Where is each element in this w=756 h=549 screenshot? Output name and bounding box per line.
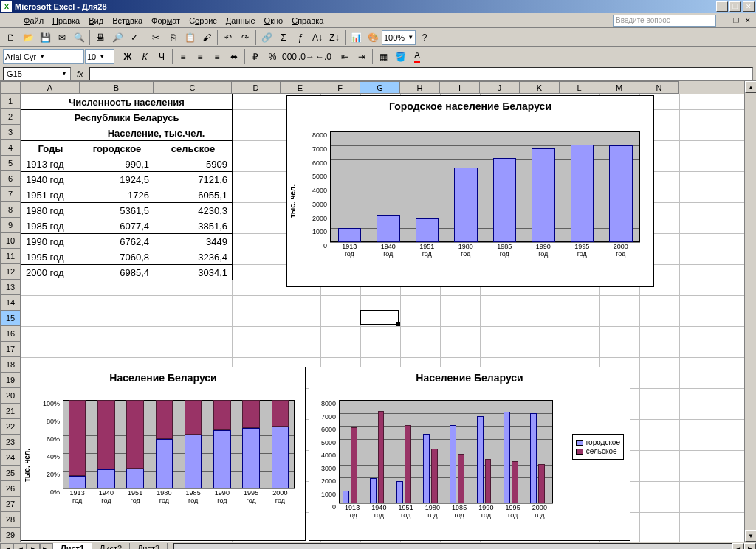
row-header-3[interactable]: 3 <box>0 125 21 140</box>
scroll-down-icon[interactable]: ▼ <box>745 530 756 542</box>
align-center-icon[interactable]: ≡ <box>192 49 208 65</box>
column-header-N[interactable]: N <box>639 81 679 94</box>
scroll-left-icon[interactable]: ◀ <box>732 543 744 550</box>
data-table[interactable]: Численность населения Республики Беларус… <box>21 94 233 280</box>
copy-icon[interactable]: ⎘ <box>165 30 181 46</box>
fx-icon[interactable]: fx <box>74 69 86 78</box>
row-header-6[interactable]: 6 <box>0 171 21 187</box>
underline-icon[interactable]: Ч <box>154 49 170 65</box>
doc-minimize-button[interactable]: _ <box>719 16 729 25</box>
menu-format[interactable]: Формат <box>147 15 185 27</box>
scroll-up-icon[interactable]: ▲ <box>745 81 756 93</box>
column-header-E[interactable]: E <box>281 81 320 94</box>
row-header-25[interactable]: 25 <box>0 466 21 481</box>
spellcheck-icon[interactable]: ✓ <box>126 30 142 46</box>
preview-icon[interactable]: 🔎 <box>109 30 126 46</box>
zoom-combo[interactable]: 100%▼ <box>382 30 416 45</box>
mail-icon[interactable]: ✉ <box>54 30 70 46</box>
chart-population-grouped[interactable]: Население Беларуси 010002000300040005000… <box>309 367 630 541</box>
row-header-12[interactable]: 12 <box>0 264 21 280</box>
worksheet-grid[interactable]: ABCDEFGHIJKLMN 1234567891011121314151617… <box>0 81 756 542</box>
column-header-M[interactable]: M <box>599 81 639 94</box>
row-header-23[interactable]: 23 <box>0 435 21 450</box>
search-icon[interactable]: 🔍 <box>71 30 87 46</box>
save-icon[interactable]: 💾 <box>37 30 53 46</box>
redo-icon[interactable]: ↷ <box>237 30 253 46</box>
font-combo[interactable]: Arial Cyr▼ <box>3 49 84 64</box>
row-header-27[interactable]: 27 <box>0 497 21 512</box>
row-header-8[interactable]: 8 <box>0 202 21 218</box>
help-icon[interactable]: ? <box>416 30 433 46</box>
open-icon[interactable]: 📂 <box>20 30 36 46</box>
bold-icon[interactable]: Ж <box>120 49 136 65</box>
column-header-D[interactable]: D <box>232 81 281 94</box>
row-header-5[interactable]: 5 <box>0 156 21 171</box>
row-header-14[interactable]: 14 <box>0 295 21 311</box>
cut-icon[interactable]: ✂ <box>148 30 164 46</box>
row-header-19[interactable]: 19 <box>0 373 21 388</box>
minimize-button[interactable]: _ <box>716 1 728 12</box>
active-cell[interactable] <box>360 310 399 325</box>
undo-icon[interactable]: ↶ <box>220 30 236 46</box>
help-question-input[interactable]: Введите вопрос <box>613 15 716 27</box>
row-header-11[interactable]: 11 <box>0 249 21 264</box>
row-header-10[interactable]: 10 <box>0 233 21 249</box>
row-header-16[interactable]: 16 <box>0 326 21 342</box>
chart-urban-population[interactable]: Городское население Беларуси тыс. чел. 0… <box>286 95 654 287</box>
tab-nav-next-icon[interactable]: ▶ <box>27 543 40 550</box>
menu-view[interactable]: Вид <box>84 15 108 27</box>
row-header-9[interactable]: 9 <box>0 218 21 233</box>
paste-icon[interactable]: 📋 <box>182 30 198 46</box>
italic-icon[interactable]: К <box>137 49 153 65</box>
close-button[interactable]: ✕ <box>743 1 755 12</box>
formula-input[interactable] <box>89 67 753 80</box>
align-left-icon[interactable]: ≡ <box>175 49 191 65</box>
column-header-H[interactable]: H <box>400 81 440 94</box>
tab-nav-last-icon[interactable]: ▶| <box>40 543 53 550</box>
menu-data[interactable]: Данные <box>221 15 260 27</box>
horizontal-scrollbar[interactable] <box>173 543 732 550</box>
format-painter-icon[interactable]: 🖌 <box>199 30 215 46</box>
align-right-icon[interactable]: ≡ <box>209 49 225 65</box>
column-header-F[interactable]: F <box>320 81 360 94</box>
menu-help[interactable]: Справка <box>287 15 328 27</box>
menu-insert[interactable]: Вставка <box>108 15 147 27</box>
row-header-4[interactable]: 4 <box>0 140 21 156</box>
tab-nav-prev-icon[interactable]: ◀ <box>13 543 27 550</box>
row-header-17[interactable]: 17 <box>0 342 21 357</box>
autosum-icon[interactable]: Σ <box>275 30 292 46</box>
menu-edit[interactable]: Правка <box>48 15 84 27</box>
row-header-7[interactable]: 7 <box>0 187 21 202</box>
merge-icon[interactable]: ⬌ <box>226 49 242 65</box>
row-header-26[interactable]: 26 <box>0 481 21 497</box>
row-header-24[interactable]: 24 <box>0 450 21 466</box>
percent-icon[interactable]: % <box>264 49 281 65</box>
column-header-G[interactable]: G <box>360 81 400 94</box>
row-header-21[interactable]: 21 <box>0 404 21 419</box>
sheet-tab-1[interactable]: Лист1 <box>52 543 92 549</box>
vertical-scrollbar[interactable]: ▲ ▼ <box>744 81 756 542</box>
fontsize-combo[interactable]: 10▼ <box>85 49 114 64</box>
row-header-20[interactable]: 20 <box>0 388 21 404</box>
function-icon[interactable]: ƒ <box>292 30 309 46</box>
menu-file[interactable]: Файл <box>19 15 48 27</box>
fill-color-icon[interactable]: 🪣 <box>392 49 408 65</box>
column-header-J[interactable]: J <box>480 81 520 94</box>
chart-icon[interactable]: 📊 <box>348 30 364 46</box>
row-header-28[interactable]: 28 <box>0 512 21 528</box>
column-header-C[interactable]: C <box>154 81 232 94</box>
increase-indent-icon[interactable]: ⇥ <box>354 49 370 65</box>
new-icon[interactable]: 🗋 <box>3 30 19 46</box>
row-header-22[interactable]: 22 <box>0 419 21 435</box>
decrease-indent-icon[interactable]: ⇤ <box>337 49 353 65</box>
column-header-B[interactable]: B <box>80 81 154 94</box>
chart-population-stacked[interactable]: Население Беларуси тыс. чел. 0%20%40%60%… <box>21 367 306 541</box>
tab-nav-first-icon[interactable]: |◀ <box>0 543 13 550</box>
sort-asc-icon[interactable]: A↓ <box>309 30 326 46</box>
sheet-tab-3[interactable]: Лист3 <box>129 543 168 549</box>
column-header-I[interactable]: I <box>440 81 480 94</box>
drawing-icon[interactable]: 🎨 <box>365 30 381 46</box>
doc-restore-button[interactable]: ❐ <box>731 16 741 25</box>
row-header-2[interactable]: 2 <box>0 109 21 125</box>
row-header-18[interactable]: 18 <box>0 357 21 373</box>
